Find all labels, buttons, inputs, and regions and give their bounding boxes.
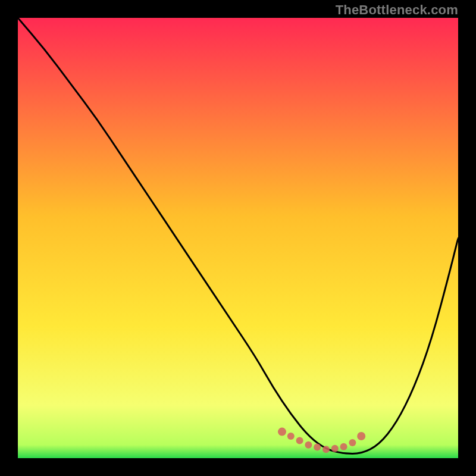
valley-marker	[357, 432, 365, 440]
valley-marker	[322, 446, 330, 453]
valley-marker	[287, 433, 295, 440]
valley-marker	[296, 437, 303, 444]
watermark-text: TheBottleneck.com	[336, 2, 458, 18]
valley-marker	[331, 445, 339, 452]
valley-marker	[340, 443, 347, 450]
gradient-background	[18, 18, 458, 458]
plot-area	[18, 18, 458, 458]
valley-marker	[305, 441, 312, 449]
valley-marker	[314, 444, 321, 451]
outer-frame: TheBottleneck.com	[0, 0, 476, 476]
valley-marker	[278, 428, 286, 436]
valley-marker	[349, 439, 356, 446]
chart-svg	[18, 18, 458, 458]
